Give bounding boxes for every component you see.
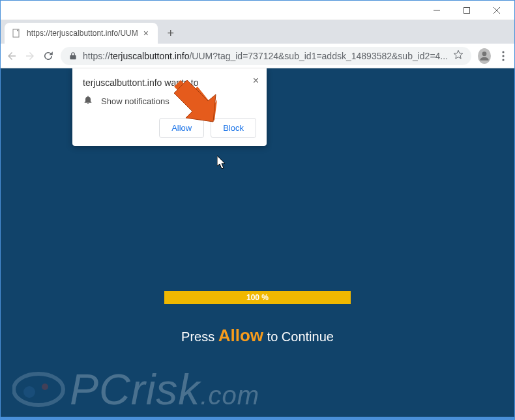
browser-tab[interactable]: https://terjuscalbuttont.info/UUM ×: [5, 23, 158, 44]
mouse-cursor-icon: [217, 156, 228, 170]
url-path: /UUM?tag_id=737124&sub_id1=addsk_1489358…: [189, 51, 448, 61]
page-content: × terjuscalbuttont.info wants to Show no…: [1, 68, 514, 419]
page-message: Press Allow to Continue: [1, 326, 514, 346]
pointer-arrow-icon-shape: [174, 80, 217, 123]
close-window-button[interactable]: [482, 1, 512, 20]
page-favicon: [11, 28, 22, 38]
progress-bar: 100 %: [164, 291, 351, 304]
popup-text: Show notifications: [101, 96, 169, 106]
maximize-icon: [464, 7, 470, 14]
profile-avatar[interactable]: [478, 48, 491, 64]
kebab-icon: [502, 51, 505, 61]
popup-row: Show notifications: [83, 94, 256, 107]
window-titlebar: [1, 1, 514, 20]
bell-icon: [83, 94, 93, 107]
progress-label: 100 %: [246, 293, 269, 302]
lock-icon: [68, 51, 78, 61]
arrow-left-icon: [6, 50, 18, 62]
popup-title: terjuscalbuttont.info wants to: [83, 77, 256, 88]
new-tab-button[interactable]: +: [162, 24, 180, 42]
svg-point-7: [502, 55, 504, 57]
reload-icon: [42, 50, 54, 62]
popup-close-button[interactable]: ×: [253, 75, 259, 87]
svg-point-5: [482, 51, 487, 56]
user-icon: [478, 49, 491, 63]
wm-dotcom: .com: [200, 381, 259, 410]
browser-menu-button[interactable]: [497, 48, 509, 64]
svg-point-12: [23, 386, 35, 398]
tab-title: https://terjuscalbuttont.info/UUM: [27, 29, 138, 38]
block-button[interactable]: Block: [211, 118, 256, 138]
reload-button[interactable]: [42, 48, 54, 64]
watermark-text: PCrisk.com: [70, 365, 259, 414]
bookmark-star-icon[interactable]: [453, 49, 464, 62]
svg-point-13: [42, 384, 48, 390]
url-text: https://terjuscalbuttont.info/UUM?tag_id…: [83, 51, 448, 61]
watermark: PCrisk.com: [12, 365, 503, 414]
maximize-button[interactable]: [452, 1, 482, 20]
minimize-icon: [434, 7, 440, 14]
tab-close-button[interactable]: ×: [141, 28, 151, 38]
msg-allow: Allow: [218, 326, 263, 345]
wm-c: C: [99, 365, 131, 413]
svg-point-11: [14, 374, 63, 405]
forward-button[interactable]: [24, 48, 36, 64]
url-domain: terjuscalbuttont.info: [110, 51, 189, 61]
svg-marker-9: [174, 80, 216, 122]
window-controls: [422, 1, 512, 20]
svg-rect-1: [464, 7, 470, 13]
msg-pre: Press: [181, 329, 218, 344]
url-field[interactable]: https://terjuscalbuttont.info/UUM?tag_id…: [61, 47, 471, 65]
svg-point-8: [502, 59, 504, 61]
watermark-logo-icon: [12, 367, 66, 412]
wm-p: P: [70, 365, 99, 413]
notification-permission-popup: × terjuscalbuttont.info wants to Show no…: [72, 68, 267, 146]
popup-buttons: Allow Block: [83, 118, 256, 138]
close-icon: [493, 7, 500, 14]
tab-bar: https://terjuscalbuttont.info/UUM × +: [1, 20, 514, 44]
url-scheme: https://: [83, 51, 110, 61]
arrow-right-icon: [24, 50, 36, 62]
msg-post: to Continue: [263, 329, 334, 344]
window-border-accent: [1, 417, 514, 419]
svg-point-6: [502, 51, 504, 53]
wm-risk: risk: [131, 365, 201, 413]
address-bar: https://terjuscalbuttont.info/UUM?tag_id…: [1, 44, 514, 68]
minimize-button[interactable]: [422, 1, 452, 20]
back-button[interactable]: [6, 48, 18, 64]
